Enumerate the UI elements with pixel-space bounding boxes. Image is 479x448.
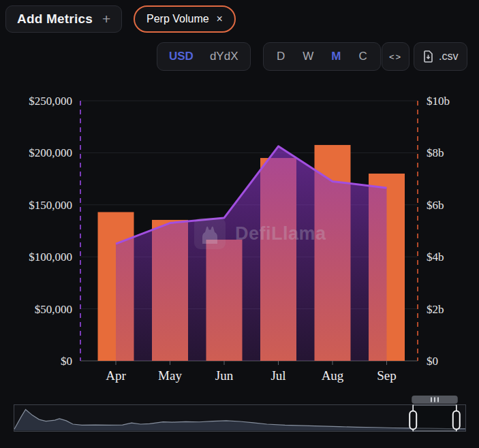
close-icon[interactable]: × (217, 13, 223, 25)
right-axis-labels: $0$2b$4b$6b$8b$10b (427, 95, 450, 368)
grip-icon (431, 398, 432, 402)
perp-volume-chart[interactable]: DefiLlama$0$50,000$100,000$150,000$200,0… (0, 89, 479, 394)
svg-text:$4b: $4b (427, 251, 444, 263)
left-axis-labels: $0$50,000$100,000$150,000$200,000$250,00… (29, 95, 72, 368)
interval-option-w[interactable]: W (303, 50, 313, 63)
svg-text:Apr: Apr (106, 368, 126, 383)
interval-toggle-group[interactable]: DWMC (263, 42, 381, 71)
file-download-icon (423, 50, 433, 63)
metric-pill-perp-volume[interactable]: Perp Volume × (134, 5, 236, 33)
svg-text:$10b: $10b (427, 95, 450, 108)
currency-option-dydx[interactable]: dYdX (210, 50, 238, 63)
add-metrics-button[interactable]: Add Metrics + (5, 5, 122, 33)
right-brush-handle[interactable] (453, 411, 460, 430)
svg-text:DefiLlama: DefiLlama (235, 223, 326, 244)
grip-icon (437, 398, 439, 402)
svg-text:$2b: $2b (427, 303, 444, 316)
svg-text:$150,000: $150,000 (29, 199, 72, 212)
csv-label: .csv (439, 50, 458, 63)
currency-option-usd[interactable]: USD (169, 50, 194, 63)
svg-text:$8b: $8b (427, 146, 444, 159)
brush-selection[interactable] (413, 405, 457, 431)
interval-option-d[interactable]: D (277, 50, 285, 63)
svg-text:$250,000: $250,000 (29, 95, 72, 108)
interval-option-m[interactable]: M (331, 50, 341, 63)
svg-text:Aug: Aug (322, 368, 344, 383)
metric-pill-label: Perp Volume (146, 13, 209, 25)
svg-text:$200,000: $200,000 (29, 146, 72, 159)
svg-text:Sep: Sep (377, 368, 397, 383)
download-csv-button[interactable]: .csv (414, 42, 467, 71)
svg-text:May: May (158, 368, 182, 383)
data-zoom-slider[interactable] (0, 394, 479, 447)
plus-icon: + (102, 11, 110, 27)
svg-text:$50,000: $50,000 (35, 303, 72, 316)
left-brush-handle[interactable] (410, 411, 416, 430)
currency-toggle-group[interactable]: USDdYdX (157, 42, 251, 71)
svg-text:Jul: Jul (271, 368, 285, 383)
svg-text:$100,000: $100,000 (29, 251, 72, 263)
svg-text:$0: $0 (61, 355, 72, 368)
add-metrics-label: Add Metrics (17, 12, 93, 27)
svg-text:$0: $0 (427, 355, 438, 368)
code-icon: <> (389, 52, 402, 62)
embed-code-button[interactable]: <> (382, 42, 410, 71)
svg-text:$6b: $6b (427, 199, 444, 212)
svg-text:Jun: Jun (215, 368, 234, 383)
interval-option-c[interactable]: C (359, 50, 367, 63)
grip-icon (434, 398, 435, 402)
x-axis-labels: AprMayJunJulAugSep (106, 361, 397, 383)
